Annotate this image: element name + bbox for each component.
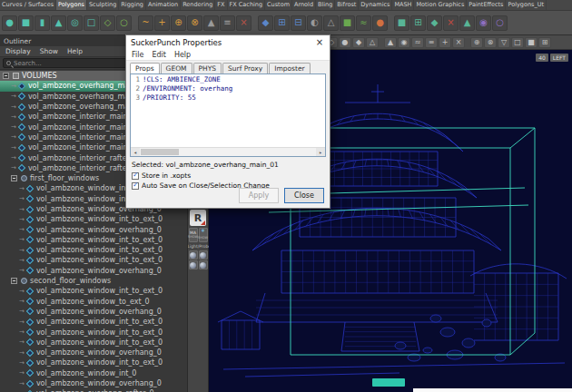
outliner-item[interactable]: →vol_ambzone_window_overhang_0 bbox=[0, 224, 187, 234]
add-divisions-icon[interactable]: + bbox=[154, 15, 170, 31]
menu-tab-bling[interactable]: Bling bbox=[316, 0, 335, 10]
xray-mode-icon[interactable]: ⊗ bbox=[484, 37, 497, 48]
poly-cone-icon[interactable]: ▲ bbox=[51, 15, 66, 31]
outliner-menu-help[interactable]: Help bbox=[67, 47, 83, 55]
scrollbar-track[interactable] bbox=[140, 148, 316, 156]
outliner-item[interactable]: →vol_ambzone_window_int_to_ext_0 bbox=[0, 338, 187, 348]
mash-signal-icon[interactable]: ▲ bbox=[459, 15, 475, 31]
light-probe-sphere-button[interactable] bbox=[199, 260, 208, 270]
horizontal-scrollbar[interactable]: ◂ ▸ bbox=[131, 147, 325, 156]
menu-tab-custom[interactable]: Custom bbox=[265, 0, 292, 10]
extrude-face-icon[interactable]: ▲ bbox=[203, 15, 219, 31]
mash-dynamics-icon[interactable]: ◆ bbox=[427, 15, 442, 31]
boolean-union-icon[interactable]: ⊕ bbox=[171, 15, 186, 31]
isolate-select-icon[interactable]: ⊕ bbox=[470, 37, 483, 48]
outliner-item[interactable]: →vol_ambzone_window_int_to_ext_0 bbox=[0, 245, 187, 255]
poly-torus-icon[interactable]: ◎ bbox=[67, 15, 83, 31]
outliner-item[interactable]: →vol_ambzone_window_int_0 bbox=[0, 368, 187, 378]
edge-loop-icon[interactable]: ≡ bbox=[220, 15, 235, 31]
apply-button[interactable]: Apply bbox=[239, 188, 279, 203]
motion-blur-icon[interactable]: ≈ bbox=[411, 37, 424, 48]
outliner-group-second-floor-windows[interactable]: second_floor_windows bbox=[0, 276, 187, 286]
outliner-menu-show[interactable]: Show bbox=[40, 47, 58, 55]
outliner-item[interactable]: →vol_ambzone_window_int_to_ext_0 bbox=[0, 317, 187, 327]
menu-tab-fx-caching[interactable]: FX Caching bbox=[228, 0, 266, 10]
menu-tab-polygons[interactable]: Polygons bbox=[56, 0, 87, 10]
textured-mode-icon[interactable]: ◆ bbox=[352, 37, 365, 48]
light-probe-sphere-button[interactable] bbox=[189, 260, 198, 270]
shadows-toggle-icon[interactable]: ▲ bbox=[384, 37, 397, 48]
combine-mesh-icon[interactable]: ■ bbox=[340, 15, 355, 31]
dialog-tab-imposter[interactable]: Imposter bbox=[269, 63, 310, 74]
menu-tab-bifrost[interactable]: Bifrost bbox=[335, 0, 359, 10]
checkbox-row-store-in-xopts[interactable]: ✓Store in .xopts bbox=[126, 170, 330, 180]
outliner-item[interactable]: →vol_ambzone_window_overhang_0 bbox=[0, 378, 187, 388]
outliner-item[interactable]: →vol_ambzone_window_int_to_ext_0 bbox=[0, 235, 187, 245]
mash-repro-icon[interactable]: ⊞ bbox=[410, 15, 426, 31]
checkbox[interactable]: ✓ bbox=[132, 182, 139, 190]
outliner-item[interactable]: →vol_ambzone_window_int_to_ext_0 bbox=[0, 358, 187, 368]
close-button[interactable]: Close bbox=[284, 188, 324, 203]
multi-cut-icon[interactable]: ⊟ bbox=[291, 15, 306, 31]
star-show-button[interactable]: * SHOW bbox=[199, 228, 208, 242]
outliner-item[interactable]: →vol_ambzone_window_int_to_ext_0 bbox=[0, 255, 187, 265]
outliner-item[interactable]: →vol_ambzone_window_int_to_ext_0 bbox=[0, 327, 187, 337]
poly-sphere-icon[interactable]: ● bbox=[2, 15, 17, 31]
close-icon[interactable]: × bbox=[310, 35, 330, 49]
quad-draw-icon[interactable]: ⊞ bbox=[274, 15, 290, 31]
menu-tab-curves-surfaces[interactable]: Curves / Surfaces bbox=[0, 0, 56, 10]
scroll-right-icon[interactable]: ▸ bbox=[316, 148, 325, 156]
mash-node-icon[interactable]: ■ bbox=[394, 15, 409, 31]
poly-cylinder-icon[interactable]: ▮ bbox=[35, 15, 50, 31]
renderer-menu-icon[interactable]: ■ bbox=[525, 37, 537, 48]
curve-tool-icon[interactable]: ~ bbox=[138, 15, 153, 31]
menu-tab-sculpting[interactable]: Sculpting bbox=[87, 0, 119, 10]
lighting-all-icon[interactable]: △ bbox=[366, 37, 379, 48]
outliner-item[interactable]: →vol_ambzone_window_overhang_0 bbox=[0, 266, 187, 276]
ma-show-button[interactable]: MA SHOW bbox=[189, 228, 198, 242]
outliner-item[interactable]: →vol_ambzone_window_to_ext_0 bbox=[0, 297, 187, 307]
mirror-geometry-icon[interactable]: ◆ bbox=[258, 15, 273, 31]
menu-tab-arnold[interactable]: Arnold bbox=[292, 0, 316, 10]
scrollbar-thumb[interactable] bbox=[141, 149, 179, 155]
exposure-icon[interactable]: + bbox=[439, 37, 451, 48]
menu-tab-polygons-ut[interactable]: Polygons_Ut bbox=[506, 0, 546, 10]
poly-plane-icon[interactable]: □ bbox=[84, 15, 99, 31]
outliner-menu-display[interactable]: Display bbox=[5, 47, 31, 55]
dialog-titlebar[interactable]: SuckerPunch Properties × bbox=[126, 35, 330, 49]
dialog-tab-phys[interactable]: PHYS bbox=[193, 63, 222, 74]
menu-tab-dynamics[interactable]: Dynamics bbox=[359, 0, 392, 10]
gamma-icon[interactable]: × bbox=[452, 37, 465, 48]
screen-space-ao-icon[interactable]: ◉ bbox=[398, 37, 410, 48]
outliner-item[interactable]: →vol_ambzone_overhang_rafter_0 bbox=[0, 388, 187, 392]
menu-tab-animation[interactable]: Animation bbox=[146, 0, 181, 10]
outliner-item[interactable]: →vol_ambzone_window_int_to_ext_0 bbox=[0, 214, 187, 224]
shaded-mode-icon[interactable]: ● bbox=[339, 37, 351, 48]
menu-tab-fx[interactable]: FX bbox=[215, 0, 227, 10]
boolean-difference-icon[interactable]: ⊗ bbox=[187, 15, 202, 31]
delete-history-icon[interactable]: × bbox=[236, 15, 251, 31]
nurbs-circle-icon[interactable]: ○ bbox=[116, 15, 132, 31]
dialog-tab-surf-proxy[interactable]: Surf Proxy bbox=[222, 63, 268, 74]
viewport-settings-icon[interactable]: □ bbox=[511, 37, 524, 48]
light-probe-sphere-button[interactable] bbox=[189, 250, 198, 260]
smooth-mesh-icon[interactable]: ◐ bbox=[307, 15, 322, 31]
scroll-left-icon[interactable]: ◂ bbox=[131, 148, 140, 156]
reduce-mesh-icon[interactable]: △ bbox=[323, 15, 339, 31]
anti-aliasing-icon[interactable]: ≡ bbox=[425, 37, 438, 48]
dialog-menu-help[interactable]: Help bbox=[174, 51, 191, 59]
bifrost-graph-icon[interactable]: ◉ bbox=[476, 15, 491, 31]
sculpt-smooth-icon[interactable]: ≈ bbox=[356, 15, 371, 31]
joints-xray-icon[interactable]: ▽ bbox=[498, 37, 510, 48]
platonic-solid-icon[interactable]: ◇ bbox=[100, 15, 115, 31]
panel-layout-icon[interactable]: ⊞ bbox=[538, 37, 551, 48]
dialog-menu-file[interactable]: File bbox=[132, 51, 143, 59]
light-probe-sphere-button[interactable] bbox=[199, 250, 208, 260]
menu-tab-mash[interactable]: MASH bbox=[392, 0, 414, 10]
bifrost-liquid-icon[interactable]: ○ bbox=[492, 15, 508, 31]
menu-tab-rendering[interactable]: Rendering bbox=[181, 0, 215, 10]
clear-shelf-icon[interactable]: × bbox=[443, 15, 459, 31]
expand-toggle-icon[interactable] bbox=[11, 175, 17, 181]
sculpt-tool-icon[interactable]: ● bbox=[372, 15, 388, 31]
outliner-item[interactable]: →vol_ambzone_window_int_to_ext_0 bbox=[0, 286, 187, 296]
